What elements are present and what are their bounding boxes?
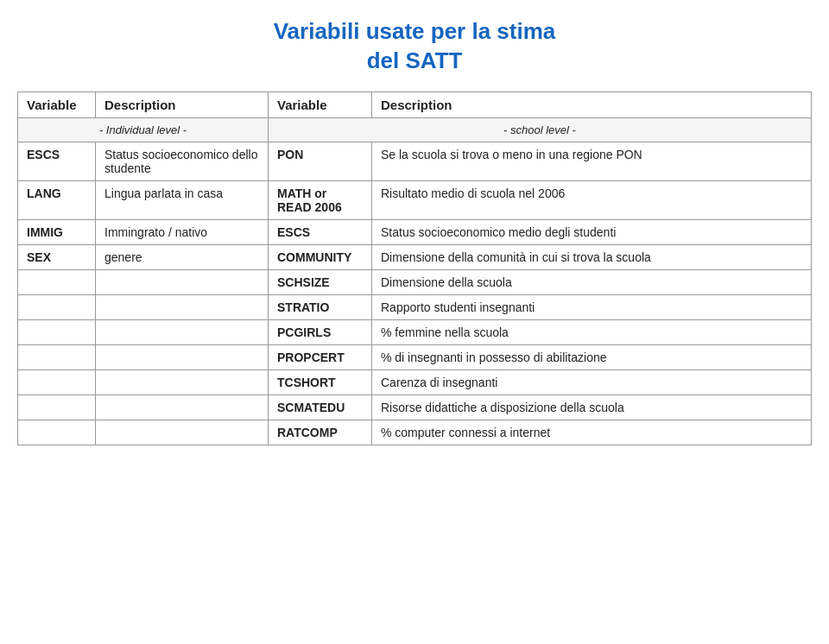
- main-table: Variable Description Variable Descriptio…: [17, 92, 812, 445]
- table-row: PROPCERT % di insegnanti in possesso di …: [18, 344, 812, 369]
- table-row: SEX genere COMMUNITY Dimensione della co…: [18, 244, 812, 269]
- table-row: SCHSIZE Dimensione della scuola: [18, 269, 812, 294]
- left-description: [96, 269, 269, 294]
- right-description: Se la scuola si trova o meno in una regi…: [372, 142, 812, 180]
- right-variable: PCGIRLS: [269, 319, 372, 344]
- right-variable: PROPCERT: [269, 344, 372, 369]
- left-description: [96, 319, 269, 344]
- subtitle-left: - Individual level -: [18, 117, 269, 142]
- right-description: Dimensione della scuola: [372, 269, 812, 294]
- right-description: Carenza di insegnanti: [372, 369, 812, 395]
- right-description: % femmine nella scuola: [372, 319, 812, 344]
- subtitle-right: - school level -: [269, 117, 812, 142]
- right-variable: STRATIO: [269, 294, 372, 319]
- right-variable: MATH or READ 2006: [269, 180, 372, 219]
- page-title: Variabili usate per la stima del SATT: [17, 17, 812, 76]
- right-description: Risultato medio di scuola nel 2006: [372, 180, 812, 219]
- left-description: [96, 344, 269, 369]
- left-description: [96, 395, 269, 420]
- right-description: Status socioeconomico medio degli studen…: [372, 219, 812, 244]
- right-description: Risorse didattiche a disposizione della …: [372, 395, 812, 420]
- left-variable: [18, 344, 96, 369]
- header-description-right: Description: [372, 92, 812, 117]
- right-variable: ESCS: [269, 219, 372, 244]
- table-row: STRATIO Rapporto studenti insegnanti: [18, 294, 812, 319]
- table-row: LANG Lingua parlata in casa MATH or READ…: [18, 180, 812, 219]
- table-row: ESCS Status socioeconomico dello student…: [18, 142, 812, 180]
- left-variable: ESCS: [18, 142, 96, 180]
- left-variable: [18, 369, 96, 395]
- header-description-left: Description: [96, 92, 269, 117]
- left-variable: [18, 319, 96, 344]
- right-description: % computer connessi a internet: [372, 420, 812, 445]
- left-description: genere: [96, 244, 269, 269]
- table-row: TCSHORT Carenza di insegnanti: [18, 369, 812, 395]
- left-variable: LANG: [18, 180, 96, 219]
- left-description: Immingrato / nativo: [96, 219, 269, 244]
- left-description: [96, 369, 269, 395]
- left-variable: [18, 420, 96, 445]
- left-description: Lingua parlata in casa: [96, 180, 269, 219]
- right-variable: PON: [269, 142, 372, 180]
- left-variable: [18, 395, 96, 420]
- left-description: [96, 420, 269, 445]
- right-variable: TCSHORT: [269, 369, 372, 395]
- right-description: Dimensione della comunità in cui si trov…: [372, 244, 812, 269]
- table-row: SCMATEDU Risorse didattiche a disposizio…: [18, 395, 812, 420]
- left-variable: [18, 269, 96, 294]
- table-row: PCGIRLS % femmine nella scuola: [18, 319, 812, 344]
- table-row: RATCOMP % computer connessi a internet: [18, 420, 812, 445]
- right-variable: COMMUNITY: [269, 244, 372, 269]
- right-variable: RATCOMP: [269, 420, 372, 445]
- left-variable: IMMIG: [18, 219, 96, 244]
- left-variable: [18, 294, 96, 319]
- left-description: [96, 294, 269, 319]
- right-description: Rapporto studenti insegnanti: [372, 294, 812, 319]
- left-description: Status socioeconomico dello studente: [96, 142, 269, 180]
- left-variable: SEX: [18, 244, 96, 269]
- header-variable-left: Variable: [18, 92, 96, 117]
- table-row: IMMIG Immingrato / nativo ESCS Status so…: [18, 219, 812, 244]
- right-variable: SCMATEDU: [269, 395, 372, 420]
- right-description: % di insegnanti in possesso di abilitazi…: [372, 344, 812, 369]
- header-variable-right: Variable: [269, 92, 372, 117]
- right-variable: SCHSIZE: [269, 269, 372, 294]
